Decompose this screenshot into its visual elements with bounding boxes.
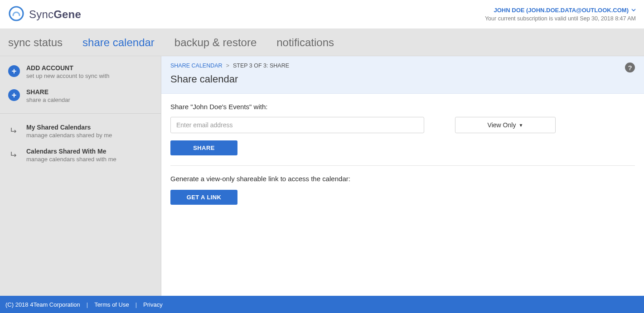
sidebar-item-sub: set up new account to sync with (26, 72, 110, 79)
share-button[interactable]: SHARE (170, 140, 237, 155)
sidebar-item-share[interactable]: + SHARE share a calendar (0, 84, 161, 108)
sidebar-item-add-account[interactable]: + ADD ACCOUNT set up new account to sync… (0, 60, 161, 84)
tab-sync-status[interactable]: sync status (8, 36, 63, 49)
permission-selected: View Only (488, 121, 516, 129)
breadcrumb-link[interactable]: SHARE CALENDAR (170, 63, 223, 69)
get-link-button[interactable]: GET A LINK (170, 190, 237, 205)
tab-share-calendar[interactable]: share calendar (82, 36, 155, 49)
sidebar-item-sub: manage calendars shared by me (26, 132, 112, 139)
tab-backup-restore[interactable]: backup & restore (174, 36, 257, 49)
nav-tabs: sync status share calendar backup & rest… (0, 29, 644, 56)
plus-icon: + (8, 89, 20, 101)
subitem-arrow-icon (8, 125, 20, 136)
footer: (C) 2018 4Team Corporation | Terms of Us… (0, 296, 644, 313)
caret-down-icon: ▼ (518, 123, 523, 128)
footer-separator: | (87, 301, 88, 308)
sidebar-item-sub: share a calendar (26, 96, 70, 103)
sidebar-group-shared: My Shared Calendars manage calendars sha… (0, 116, 161, 171)
breadcrumb-step: STEP 3 OF 3: SHARE (233, 63, 289, 69)
page-title: Share calendar (170, 73, 635, 85)
user-label: JOHN DOE (JOHN.DOE.DATA@OUTLOOK.COM) (494, 7, 629, 14)
email-input[interactable] (170, 117, 424, 133)
divider (170, 165, 635, 166)
chevron-down-icon (631, 8, 636, 13)
sidebar-item-title: ADD ACCOUNT (26, 64, 110, 72)
sidebar-item-title: My Shared Calendars (26, 124, 112, 131)
sidebar-item-my-shared[interactable]: My Shared Calendars manage calendars sha… (0, 119, 161, 143)
logo-text: SyncGene (29, 8, 81, 21)
footer-terms-link[interactable]: Terms of Use (94, 301, 129, 308)
subitem-arrow-icon (8, 149, 20, 160)
plus-icon: + (8, 65, 20, 77)
sidebar-item-sub: manage calendars shared with me (26, 156, 116, 163)
body: + ADD ACCOUNT set up new account to sync… (0, 56, 644, 296)
top-header: SyncGene JOHN DOE (JOHN.DOE.DATA@OUTLOOK… (0, 0, 644, 29)
main-header: SHARE CALENDAR > STEP 3 OF 3: SHARE Shar… (161, 56, 644, 94)
shareable-link-label: Generate a view-only shareable link to a… (170, 175, 635, 183)
logo[interactable]: SyncGene (8, 5, 81, 23)
sidebar-divider (0, 113, 161, 114)
user-menu[interactable]: JOHN DOE (JOHN.DOE.DATA@OUTLOOK.COM) (494, 7, 636, 14)
share-with-label: Share "John Doe's Events" with: (170, 103, 635, 111)
breadcrumb: SHARE CALENDAR > STEP 3 OF 3: SHARE (170, 63, 635, 69)
footer-privacy-link[interactable]: Privacy (143, 301, 163, 308)
footer-copyright: (C) 2018 4Team Corporation (5, 301, 80, 308)
help-icon[interactable]: ? (625, 63, 635, 72)
sidebar-group-actions: + ADD ACCOUNT set up new account to sync… (0, 56, 161, 111)
header-user-block: JOHN DOE (JOHN.DOE.DATA@OUTLOOK.COM) You… (485, 7, 636, 22)
main-panel: SHARE CALENDAR > STEP 3 OF 3: SHARE Shar… (161, 56, 644, 296)
subscription-status: Your current subscription is valid until… (485, 15, 636, 22)
logo-icon (8, 5, 24, 23)
share-row: View Only ▼ (170, 117, 556, 133)
sidebar: + ADD ACCOUNT set up new account to sync… (0, 56, 161, 296)
footer-separator: | (136, 301, 137, 308)
svg-point-0 (10, 7, 23, 20)
sidebar-item-title: Calendars Shared With Me (26, 148, 116, 155)
breadcrumb-separator: > (226, 63, 229, 69)
sidebar-item-shared-with-me[interactable]: Calendars Shared With Me manage calendar… (0, 143, 161, 167)
permission-dropdown[interactable]: View Only ▼ (455, 117, 556, 133)
sidebar-item-title: SHARE (26, 88, 70, 96)
tab-notifications[interactable]: notifications (276, 36, 334, 49)
main-content: Share "John Doe's Events" with: View Onl… (161, 94, 644, 296)
